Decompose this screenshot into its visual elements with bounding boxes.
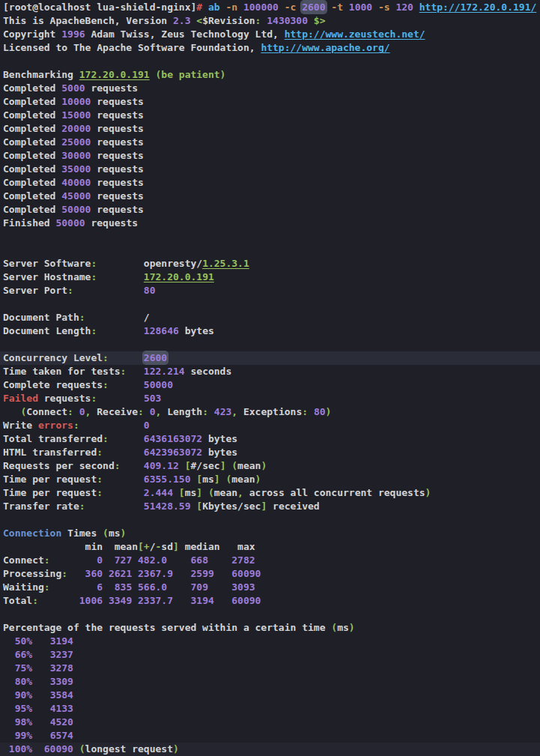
text-segment: 120	[395, 1, 413, 13]
text-segment: Server Software	[3, 258, 91, 269]
time-per-request-mean-line: Time per request: 6355.150 [ms] (mean)	[0, 473, 540, 486]
text-segment	[73, 285, 144, 296]
text-segment: min mean	[3, 541, 138, 552]
text-segment: mean	[237, 460, 261, 471]
time-per-request-concurrent-line: Time per request: 2.444 [ms] (mean, acro…	[0, 486, 540, 500]
text-segment: Completed	[3, 109, 61, 121]
copyright-line: Copyright 1996 Adam Twiss, Zeus Technolo…	[0, 28, 540, 41]
text-segment	[308, 15, 314, 26]
terminal-output[interactable]: [root@localhost lua-shield-nginx]# ab -n…	[0, 0, 540, 756]
text-segment: requests	[85, 82, 138, 94]
text-segment: 2367.9	[138, 568, 173, 579]
concurrency-level-line: Concurrency Level: 2600	[0, 351, 540, 365]
text-segment: Finished	[3, 217, 55, 229]
ab-command: ab	[208, 1, 220, 13]
text-segment: 3194	[191, 595, 214, 606]
text-segment: :	[97, 474, 103, 485]
text-segment: -s	[378, 1, 390, 13]
server-software-line: Server Software: openresty/1.25.3.1	[0, 257, 540, 270]
completed-line: Completed 35000 requests	[0, 163, 540, 176]
text-segment: Server Port	[3, 285, 67, 296]
text-segment: )	[425, 487, 431, 498]
text-segment: 0	[79, 406, 85, 417]
text-segment: Completed	[3, 82, 61, 94]
text-segment: bytes	[202, 433, 237, 444]
text-segment: 3093	[231, 581, 255, 593]
target-url[interactable]: http://172.20.0.191/	[419, 1, 537, 13]
text-segment	[32, 703, 49, 714]
text-segment: Document Path	[3, 312, 79, 323]
text-segment: Requests per second	[3, 460, 115, 471]
text-segment: 45000	[61, 190, 91, 202]
percentile-row: 98% 4520	[0, 716, 540, 729]
text-segment: Complete requests	[3, 379, 103, 390]
text-segment: Adam Twiss, Zeus Technology Ltd,	[85, 28, 285, 40]
text-segment	[173, 595, 190, 606]
blank-line	[0, 513, 540, 527]
text-segment: Completed	[3, 177, 61, 188]
document-length-line: Document Length: 128646 bytes	[0, 324, 540, 338]
completed-line: Completed 45000 requests	[0, 190, 540, 203]
text-segment: requests	[91, 109, 143, 121]
text-segment: Connect	[3, 554, 44, 566]
percentile-row: 50% 3194	[0, 635, 540, 648]
text-segment: 98%	[15, 716, 32, 728]
text-segment: Failed	[3, 393, 38, 404]
text-segment	[3, 716, 15, 728]
text-segment	[132, 568, 138, 579]
text-segment	[296, 1, 302, 13]
percentile-row: 75% 3278	[0, 662, 540, 675]
text-segment: 90%	[15, 689, 32, 701]
text-segment: 709	[191, 581, 208, 593]
text-segment: Concurrency Level	[3, 352, 103, 363]
text-segment: )	[173, 743, 179, 755]
text-segment: Length	[161, 406, 202, 417]
apache-url[interactable]: http://www.apache.org/	[261, 42, 389, 53]
completed-line: Completed 20000 requests	[0, 122, 540, 136]
text-segment: 566.0	[138, 581, 167, 593]
text-segment: :	[103, 433, 109, 444]
text-segment: :	[32, 595, 38, 606]
text-segment	[50, 581, 97, 593]
text-segment	[103, 581, 115, 593]
text-segment: 50%	[15, 635, 32, 647]
text-segment: Total	[3, 595, 32, 606]
percentile-row-longest: 100% 60090 (longest request)	[0, 743, 540, 756]
text-segment: (	[208, 487, 214, 498]
text-segment: /	[85, 312, 150, 323]
text-segment	[372, 1, 378, 13]
text-segment: )	[261, 460, 267, 471]
text-segment: :	[138, 406, 144, 417]
text-segment: #	[196, 1, 202, 13]
text-segment: Completed	[3, 150, 61, 161]
text-segment: Completed	[3, 123, 61, 134]
text-segment	[79, 420, 144, 431]
zeustech-url[interactable]: http://www.zeustech.net/	[285, 28, 425, 40]
text-segment	[73, 406, 79, 417]
text-segment	[179, 460, 185, 471]
text-segment: 0	[150, 406, 156, 417]
text-segment: :	[61, 568, 67, 579]
text-segment: 6436163072	[144, 433, 202, 444]
server-port-line: Server Port: 80	[0, 284, 540, 297]
text-segment: :	[97, 487, 103, 498]
connection-times-header: Connection Times (ms)	[0, 527, 540, 540]
text-segment	[3, 743, 9, 755]
text-segment: 360	[85, 568, 103, 579]
text-segment: Waiting	[3, 581, 44, 593]
blank-line	[0, 230, 540, 244]
text-segment	[103, 554, 115, 566]
text-segment	[279, 1, 285, 13]
percentile-row: 99% 6574	[0, 729, 540, 743]
text-segment: [+	[138, 541, 150, 552]
percentile-row: 95% 4133	[0, 702, 540, 716]
benchmarking-line: Benchmarking 172.20.0.191 (be patient)	[0, 68, 540, 82]
text-segment	[109, 433, 144, 444]
text-segment	[32, 730, 49, 741]
text-segment: (	[79, 743, 85, 755]
text-segment: 40000	[61, 177, 91, 188]
text-segment	[109, 379, 144, 390]
text-segment: Total transferred	[3, 433, 103, 444]
text-segment: Completed	[3, 136, 61, 148]
connection-times-columns: min mean[+/-sd] median max	[0, 540, 540, 554]
